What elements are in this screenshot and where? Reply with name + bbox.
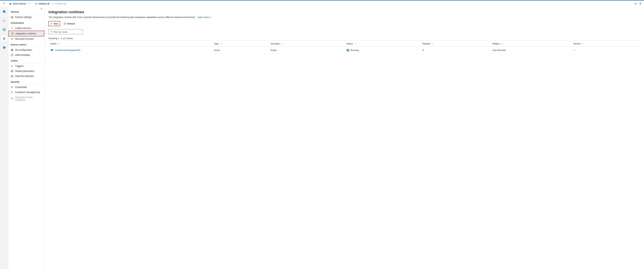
leftnav-learn[interactable] — [1, 45, 7, 51]
mgmt-item-label: Managed private endpoints — [15, 96, 42, 101]
global-refresh-button[interactable] — [633, 2, 638, 6]
col-label: Sub-type — [271, 42, 280, 45]
collapse-manage-panel-button[interactable] — [40, 8, 42, 11]
section-connections-title: Connections — [8, 20, 44, 25]
mgmt-item-label: Microsoft Purview — [15, 37, 34, 40]
table-header-row: Name↑↓ Type↑↓ Sub-type↑↓ Status↑↓ Relate… — [48, 41, 640, 47]
new-button-label: New — [54, 22, 58, 25]
manage-panel: General Factory settings Connections Lin… — [8, 7, 44, 269]
col-related[interactable]: Related↑↓ — [420, 41, 490, 47]
git-icon — [11, 49, 14, 51]
col-version[interactable]: Version↑↓ — [571, 41, 640, 47]
filter-icon — [50, 31, 52, 33]
cell-version: --- — [571, 47, 640, 54]
showing-count: Showing 1 - 1 of 1 items — [48, 37, 640, 39]
azure-cloud-icon — [50, 48, 54, 52]
upload-icon — [52, 2, 54, 5]
col-label: Version — [573, 42, 580, 45]
mgmt-item-global-parameters[interactable]: Global parameters — [8, 68, 44, 74]
context-switcher[interactable]: Data Factory — [8, 2, 32, 5]
divider — [11, 14, 42, 14]
mgmt-item-label: Global parameters — [15, 70, 34, 72]
factory-settings-icon — [11, 16, 14, 18]
leftnav-monitor[interactable] — [1, 27, 7, 33]
col-region[interactable]: Region↑↓ — [490, 41, 571, 47]
col-label: Type — [214, 42, 219, 45]
refresh-button-label: Refresh — [67, 22, 75, 25]
leftnav-manage[interactable] — [1, 36, 7, 42]
mgmt-item-integration-runtimes[interactable]: Integration runtimes — [8, 31, 44, 36]
mgmt-item-credentials[interactable]: Credentials — [8, 85, 44, 90]
sort-icon: ↑↓ — [582, 42, 584, 45]
mgmt-item-arm-template[interactable]: ARM template — [8, 52, 44, 57]
section-source-control-title: Source control — [8, 41, 44, 47]
mgmt-item-label: ARM template — [15, 54, 30, 56]
discard-button[interactable] — [638, 2, 643, 6]
learn-more-link[interactable]: Learn more↗ — [198, 16, 211, 18]
sort-icon: ↑↓ — [501, 42, 503, 45]
trigger-icon — [11, 65, 14, 67]
validate-all-button[interactable]: Validate all — [34, 2, 50, 6]
page-description-text: The integration runtime (IR) is the comp… — [48, 16, 196, 18]
publish-all-button: Publish all — [51, 2, 67, 6]
section-author-title: Author — [8, 57, 44, 63]
context-label: Data Factory — [13, 2, 26, 5]
col-name[interactable]: Name↑↓ — [48, 41, 212, 47]
col-label: Name — [50, 42, 56, 45]
leftnav-home[interactable] — [1, 8, 7, 14]
sort-icon: ↑↓ — [432, 42, 434, 45]
mgmt-item-linked-services[interactable]: Linked services — [8, 26, 44, 31]
purview-icon — [11, 37, 14, 40]
mgmt-item-git-configuration[interactable]: Git configuration — [8, 47, 44, 52]
section-security-title: Security — [8, 79, 44, 84]
ir-name-link[interactable]: AutoResolveIntegrationR... — [55, 49, 82, 51]
factory-icon — [9, 2, 12, 5]
cloud-lock-icon — [11, 97, 14, 100]
mgmt-item-label: Customer managed key — [15, 91, 40, 93]
mgmt-item-managed-private-endpoints: Managed private endpoints — [8, 95, 44, 102]
mgmt-item-microsoft-purview[interactable]: Microsoft Purview — [8, 36, 44, 41]
svg-rect-9 — [11, 75, 13, 77]
status-ok-icon — [346, 49, 349, 52]
mgmt-item-triggers[interactable]: Triggers — [8, 63, 44, 68]
global-parameters-icon — [11, 70, 14, 72]
checklist-icon — [34, 2, 37, 5]
cell-subtype: Public — [269, 47, 344, 54]
left-rail — [0, 7, 8, 269]
new-button[interactable]: New — [48, 21, 60, 26]
filter-input-wrap[interactable] — [48, 29, 83, 34]
sort-icon: ↑↓ — [58, 42, 60, 45]
credentials-icon — [11, 86, 14, 88]
plus-icon — [50, 22, 53, 25]
mgmt-item-customer-managed-key[interactable]: Customer managed key — [8, 90, 44, 95]
mgmt-item-label: Git configuration — [15, 49, 32, 51]
mgmt-item-label: Data flow libraries — [15, 75, 34, 77]
svg-rect-3 — [12, 33, 12, 34]
col-type[interactable]: Type↑↓ — [212, 41, 269, 47]
col-label: Region — [492, 42, 500, 45]
col-status[interactable]: Status↑↓ — [344, 41, 420, 47]
open-external-icon: ↗ — [210, 16, 211, 18]
cell-related: 0 — [420, 47, 490, 54]
link-icon — [11, 27, 14, 29]
table-row[interactable]: AutoResolveIntegrationR... Azure Public … — [48, 47, 640, 54]
mgmt-item-data-flow-libraries[interactable]: Data flow libraries — [8, 74, 44, 79]
mgmt-item-label: Factory settings — [15, 16, 32, 18]
expand-leftnav-button[interactable] — [1, 2, 8, 5]
sort-icon: ↑↓ — [220, 42, 222, 45]
col-subtype[interactable]: Sub-type↑↓ — [269, 41, 344, 47]
ir-table: Name↑↓ Type↑↓ Sub-type↑↓ Status↑↓ Relate… — [48, 40, 640, 54]
action-row: New Refresh — [48, 21, 640, 26]
filter-input[interactable] — [53, 31, 81, 33]
integration-runtime-icon — [11, 32, 14, 35]
refresh-button[interactable]: Refresh — [62, 21, 77, 26]
validate-all-label: Validate all — [38, 2, 50, 5]
leftnav-author[interactable] — [1, 17, 7, 24]
svg-point-10 — [12, 86, 12, 87]
section-general-title: General — [8, 8, 44, 14]
cell-region: Auto Resolve — [490, 47, 571, 54]
mgmt-item-label: Integration runtimes — [16, 32, 36, 35]
mgmt-item-factory-settings[interactable]: Factory settings — [8, 14, 44, 20]
refresh-icon — [64, 22, 66, 25]
mgmt-item-label: Triggers — [15, 65, 24, 67]
